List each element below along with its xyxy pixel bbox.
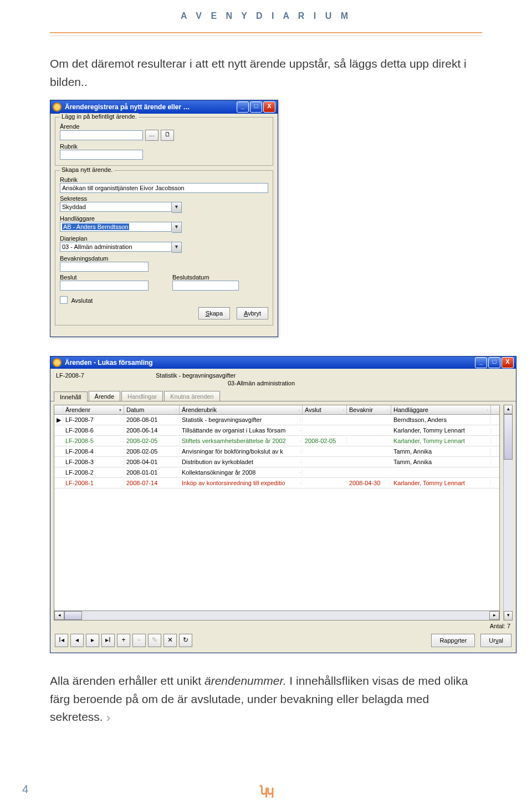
- scroll-left-icon[interactable]: ◂: [54, 611, 64, 620]
- rubrik1-input[interactable]: [60, 150, 143, 160]
- cell-rubrik: Tillsättande av organist i Lukas försam·: [180, 427, 303, 434]
- nav-cancel-icon[interactable]: ✕: [163, 634, 177, 647]
- dialog-title: Ärenderegistrera på nytt ärende eller …: [65, 103, 236, 111]
- nav-last-icon[interactable]: ▸I: [101, 634, 115, 647]
- vscroll[interactable]: ▴ ▾: [503, 405, 513, 620]
- cell-rubrik: Anvisningar för bokföring/bokslut av k·: [180, 448, 303, 455]
- arendenummer-em: ärendenummer.: [204, 674, 286, 687]
- caret-down-icon[interactable]: ▼: [172, 242, 182, 253]
- table-row[interactable]: LF-2008-22008-01-01Kollektansökningar år…: [54, 467, 499, 478]
- cell-rubrik: Stiftets verksamhetsberättelse år 2002·: [180, 437, 303, 444]
- col-handlaggare[interactable]: Handläggare·: [391, 405, 491, 414]
- hscroll[interactable]: ◂ ▸: [54, 611, 500, 620]
- handlaggare-select[interactable]: AB - Anders Berndtsson▼: [60, 222, 182, 233]
- cell-datum: 2008-04-01: [124, 459, 180, 465]
- nav-refresh-icon[interactable]: ↻: [179, 634, 192, 647]
- dialog-titlebar[interactable]: Ärenderegistrera på nytt ärende eller … …: [50, 100, 278, 114]
- table-row[interactable]: LF-2008-12008-07-14Inköp av kontorsinred…: [54, 478, 499, 489]
- close-button[interactable]: X: [502, 357, 514, 368]
- table-row[interactable]: LF-2008-52008-02-05Stiftets verksamhetsb…: [54, 436, 499, 446]
- col-rubrik[interactable]: Ärenderubrik·: [180, 405, 303, 414]
- diarieplan-value[interactable]: [60, 242, 172, 252]
- vscroll-track[interactable]: [504, 460, 513, 611]
- cell-rubrik: Kollektansökningar år 2008·: [180, 469, 303, 476]
- paragraph-2: Alla ärenden erhåller ett unikt ärendenu…: [50, 672, 482, 727]
- tab-arende[interactable]: Ärende: [89, 391, 120, 401]
- grid: Ärendenr▾ Datum· Ärenderubrik· Avslut· B…: [54, 405, 500, 611]
- handlaggare-value: AB - Anders Berndtsson: [62, 223, 129, 230]
- nav-add-icon[interactable]: +: [117, 634, 130, 647]
- sekretess-value[interactable]: [60, 202, 172, 212]
- sekretess-select[interactable]: ▼: [60, 202, 182, 213]
- col-arendenr[interactable]: Ärendenr▾: [63, 405, 124, 414]
- cell-nr: LF-2008-7: [63, 416, 124, 423]
- cell-handlaggare: Karlander, Tommy Lennart: [391, 437, 491, 444]
- table-row[interactable]: LF-2008-32008-04-01Distribution av kyrko…: [54, 457, 499, 467]
- user-icon: [53, 103, 62, 111]
- maximize-button[interactable]: □: [250, 101, 262, 113]
- arende-input[interactable]: [60, 130, 143, 140]
- nav-delete-icon[interactable]: −: [132, 634, 146, 647]
- diarieplan-select[interactable]: ▼: [60, 242, 182, 253]
- list-titlebar[interactable]: Ärenden - Lukas församling _ □ X: [50, 357, 516, 369]
- table-row[interactable]: LF-2008-62008-06-14Tillsättande av organ…: [54, 425, 499, 436]
- avbryt-button[interactable]: AvbrytAvbryt: [237, 307, 268, 319]
- scroll-right-icon[interactable]: ▸: [489, 611, 499, 620]
- diarieplan-label: Diarieplan: [60, 235, 268, 242]
- cell-rubrik: Inköp av kontorsinredning till expeditio…: [180, 480, 303, 486]
- scroll-down-icon[interactable]: ▾: [504, 611, 513, 620]
- list-title: Ärenden - Lukas församling: [65, 359, 474, 367]
- urval-button[interactable]: UrvalUrval: [480, 634, 511, 647]
- hscroll-track[interactable]: [82, 612, 489, 619]
- nav-prev-icon[interactable]: ◂: [70, 634, 84, 647]
- table-row[interactable]: ▶LF-2008-72008-08-01Statistik - begravni…: [54, 415, 499, 425]
- close-button[interactable]: X: [263, 101, 275, 113]
- browse-button[interactable]: …: [145, 130, 158, 141]
- new-doc-icon[interactable]: 🗋: [161, 130, 174, 141]
- cell-rubrik: Statistik - begravningsavgifter·: [180, 416, 303, 423]
- skapa-button[interactable]: SSkapakapa: [198, 307, 230, 319]
- beslutdatum-input[interactable]: [172, 281, 239, 291]
- antal-value: 7: [507, 623, 510, 629]
- nav-toolbar: I◂ ◂ ▸ ▸I + − ✎ ✕ ↻ RapporterRapporter U…: [50, 630, 516, 653]
- vscroll-thumb[interactable]: [504, 414, 513, 460]
- cell-datum: 2008-07-14: [124, 480, 180, 486]
- cell-nr: LF-2008-4: [63, 448, 124, 455]
- col-bevaknir[interactable]: Bevaknir·: [347, 405, 391, 414]
- rubrik-input[interactable]: [60, 183, 268, 193]
- avslutat-checkbox[interactable]: [60, 296, 68, 304]
- cell-bevaknir: 2008-04-30: [347, 480, 391, 486]
- page-header: A V E N Y D I A R I U M: [50, 0, 482, 21]
- caret-down-icon[interactable]: ▼: [172, 202, 182, 213]
- nav-edit-icon[interactable]: ✎: [148, 634, 161, 647]
- tab-knutna[interactable]: Knutna ärenden: [164, 391, 219, 401]
- cell-nr: LF-2008-1: [63, 480, 124, 486]
- minimize-button[interactable]: _: [237, 101, 249, 113]
- maximize-button[interactable]: □: [488, 357, 500, 368]
- cell-rubrik: Distribution av kyrkobladet·: [180, 459, 303, 465]
- cell-nr: LF-2008-6: [63, 427, 124, 434]
- col-marker[interactable]: [54, 405, 63, 414]
- group-nytt: Skapa nytt ärende. Rubrik Sekretess ▼ Ha…: [55, 170, 273, 325]
- rubrik1-label: Rubrik: [60, 143, 268, 150]
- caret-down-icon[interactable]: ▼: [172, 222, 182, 233]
- nav-next-icon[interactable]: ▸: [86, 634, 99, 647]
- minimize-button[interactable]: _: [475, 357, 487, 368]
- beslut-input[interactable]: [60, 281, 149, 291]
- hscroll-thumb[interactable]: [64, 611, 82, 620]
- col-avslut[interactable]: Avslut·: [303, 405, 347, 414]
- tab-innehall[interactable]: Innehåll: [54, 391, 88, 401]
- table-row[interactable]: LF-2008-42008-02-05Anvisningar för bokfö…: [54, 446, 499, 457]
- logo-icon: ʮɥ: [260, 783, 273, 798]
- cell-datum: 2008-02-05: [124, 448, 180, 455]
- col-datum[interactable]: Datum·: [124, 405, 180, 414]
- scroll-up-icon[interactable]: ▴: [504, 405, 513, 414]
- cell-handlaggare: Karlander, Tommy Lennart: [391, 427, 491, 434]
- window-arenden: Ärenden - Lukas församling _ □ X LF-2008…: [50, 356, 516, 653]
- nav-first-icon[interactable]: I◂: [55, 634, 68, 647]
- cell-nr: LF-2008-2: [63, 469, 124, 476]
- tab-handlingar[interactable]: Handlingar: [121, 391, 163, 401]
- rapporter-button[interactable]: RapporterRapporter: [431, 634, 475, 647]
- grid-blank: [54, 489, 499, 610]
- bevak-input[interactable]: [60, 262, 149, 272]
